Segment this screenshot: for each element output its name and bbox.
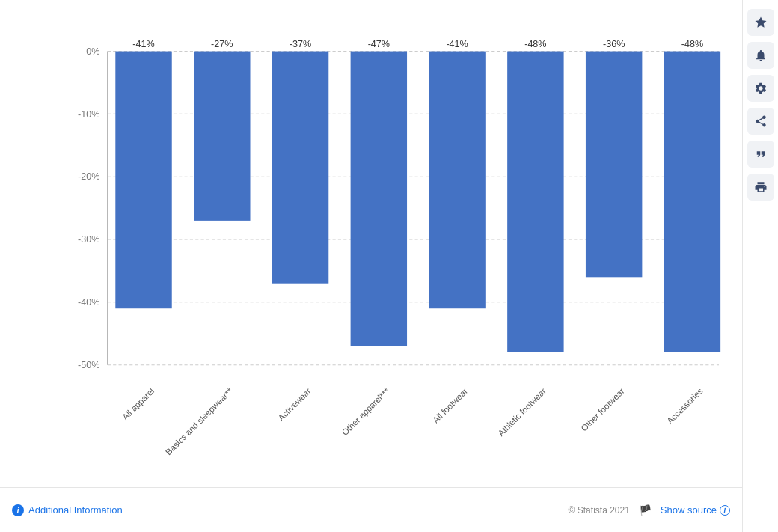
main-content: Sales growth* 0% -10% -20% -30% -40% -50… [0, 0, 742, 532]
chart-area: Sales growth* 0% -10% -20% -30% -40% -50… [0, 0, 742, 487]
bar-label-basics: -27% [211, 39, 233, 49]
chart-svg: Sales growth* 0% -10% -20% -30% -40% -50… [45, 15, 735, 480]
info-circle-icon: i [720, 505, 730, 516]
flag-icon: 🏴 [639, 504, 652, 516]
bar-label-all-footwear: -41% [446, 39, 468, 49]
print-icon [754, 180, 768, 194]
footer-right: © Statista 2021 🏴 Show source i [569, 504, 730, 516]
bar-basics [194, 52, 250, 221]
bar-other-footwear [586, 52, 642, 278]
star-button[interactable] [747, 9, 774, 36]
quote-icon [754, 147, 768, 161]
bar-all-apparel [115, 52, 171, 309]
xcat-accessories: Accessories [665, 386, 705, 426]
ytick-30: -30% [78, 234, 99, 245]
bar-label-all-apparel: -41% [132, 39, 154, 49]
show-source-label: Show source [661, 504, 717, 516]
xcat-other-apparel: Other apparel*** [340, 386, 391, 437]
bar-activewear [272, 52, 328, 284]
xcat-activewear: Activewear [276, 386, 312, 422]
xcat-all-footwear: All footwear [431, 386, 469, 424]
share-icon [754, 114, 768, 128]
ytick-0: 0% [86, 46, 99, 57]
footer: i Additional Information © Statista 2021… [0, 487, 742, 532]
bell-icon [754, 49, 768, 62]
bar-label-athletic-footwear: -48% [524, 39, 546, 49]
info-icon: i [12, 504, 24, 516]
bar-athletic-footwear [507, 52, 563, 352]
share-button[interactable] [747, 108, 774, 135]
xcat-athletic-footwear: Athletic footwear [496, 386, 548, 438]
quote-button[interactable] [747, 141, 774, 168]
bar-label-other-footwear: -36% [603, 39, 625, 49]
bar-label-other-apparel: -47% [368, 39, 390, 49]
ytick-10: -10% [78, 109, 99, 120]
sidebar [742, 0, 778, 532]
gear-button[interactable] [747, 75, 774, 102]
ytick-20: -20% [78, 171, 99, 182]
additional-info-label: Additional Information [28, 504, 123, 516]
print-button[interactable] [747, 174, 774, 201]
bar-label-activewear: -37% [290, 39, 311, 49]
bar-accessories [664, 52, 720, 352]
ytick-50: -50% [78, 360, 99, 370]
gear-icon [754, 82, 768, 95]
xcat-all-apparel: All apparel [120, 386, 156, 421]
star-icon [754, 16, 768, 29]
bell-button[interactable] [747, 42, 774, 69]
ytick-40: -40% [78, 297, 99, 308]
show-source-button[interactable]: Show source i [661, 504, 730, 516]
copyright-text: © Statista 2021 [569, 505, 630, 516]
chart-container: Sales growth* 0% -10% -20% -30% -40% -50… [45, 15, 735, 480]
additional-info-button[interactable]: i Additional Information [12, 504, 123, 516]
bar-other-apparel [351, 52, 407, 346]
bar-label-accessories: -48% [681, 39, 703, 49]
bar-all-footwear [429, 52, 485, 309]
xcat-basics: Basics and sleepwear** [164, 386, 234, 456]
xcat-other-footwear: Other footwear [580, 386, 626, 432]
